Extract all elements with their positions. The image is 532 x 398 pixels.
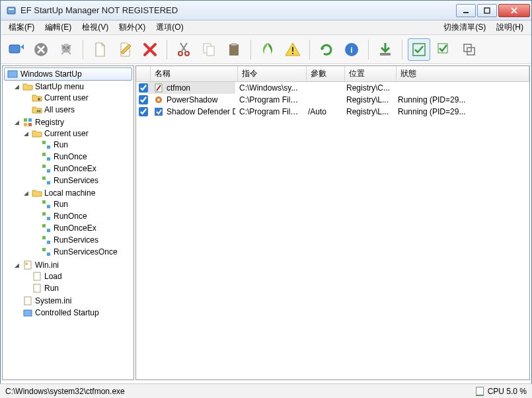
tree-lm-runonce[interactable]: RunOnce	[54, 212, 87, 221]
app-item-icon	[153, 83, 164, 93]
col-location[interactable]: 位置	[345, 66, 397, 81]
tree-all-users[interactable]: All users	[44, 105, 75, 114]
tree-lm-runservices[interactable]: RunServices	[54, 235, 98, 245]
svg-rect-24	[8, 71, 17, 77]
select-all-button[interactable]	[408, 38, 430, 61]
col-params[interactable]: 參數	[307, 66, 345, 81]
menu-switch[interactable]: 切換清單(S)	[438, 20, 491, 34]
tree-runonce[interactable]: RunOnce	[54, 152, 87, 161]
menu-edit[interactable]: 編輯(E)	[40, 20, 77, 34]
edit-button[interactable]	[114, 38, 136, 61]
menu-view[interactable]: 檢視(V)	[77, 20, 114, 34]
tree-load[interactable]: Load	[44, 272, 62, 281]
tree-systemini[interactable]: System.ini	[35, 296, 71, 305]
minimize-button[interactable]	[456, 4, 476, 17]
svg-rect-2	[463, 12, 469, 13]
row-command: C:\Program File...	[235, 95, 304, 105]
tree-lm-runservicesonce[interactable]: RunServicesOnce	[54, 247, 118, 257]
reg-icon	[41, 175, 52, 186]
status-path: C:\Windows\system32\ctfmon.exe	[5, 387, 125, 396]
tree-registry[interactable]: Registry	[35, 118, 64, 127]
check-button[interactable]	[433, 38, 455, 61]
row-location: Registry\C...	[342, 83, 394, 93]
tree-winini-run[interactable]: Run	[44, 284, 59, 293]
row-checkbox[interactable]	[139, 95, 148, 104]
row-name: PowerShadow	[167, 95, 217, 104]
cpu-meter: CPU 5.0 %	[476, 387, 527, 396]
row-command: C:\Program File...	[235, 106, 304, 117]
svg-rect-50	[24, 261, 31, 269]
menu-file[interactable]: 檔案(F)	[3, 20, 40, 34]
svg-rect-3	[484, 8, 490, 13]
col-command[interactable]: 指令	[238, 66, 307, 81]
svg-point-27	[39, 110, 41, 112]
col-state[interactable]: 狀態	[397, 66, 529, 81]
import-button[interactable]	[374, 38, 397, 61]
page-icon	[22, 296, 33, 306]
list-view[interactable]: 名稱 指令 參數 位置 狀態 ctfmonC:\Windows\sy...Reg…	[135, 65, 530, 380]
svg-rect-31	[28, 123, 32, 126]
tree-root[interactable]: Windows StartUp	[4, 67, 132, 81]
close-button[interactable]	[498, 4, 530, 17]
tree-lm-runonceex[interactable]: RunOnceEx	[54, 223, 96, 233]
tree-local-machine[interactable]: Local machine	[44, 188, 95, 198]
reload-button[interactable]	[315, 38, 338, 61]
menu-extra[interactable]: 額外(X)	[114, 20, 151, 34]
svg-rect-36	[42, 165, 46, 168]
info-button[interactable]: i	[340, 38, 363, 61]
maximize-button[interactable]	[477, 4, 497, 17]
svg-rect-15	[292, 47, 293, 52]
tree-lm-run[interactable]: Run	[54, 200, 68, 209]
tree-run[interactable]: Run	[54, 140, 68, 149]
folder-icon	[22, 81, 33, 92]
titlebar: EF StartUp Manager NOT REGISTERED	[1, 1, 531, 20]
duplicate-button[interactable]	[458, 38, 480, 61]
paste-button[interactable]	[223, 38, 245, 61]
new-button[interactable]	[89, 38, 111, 61]
warning-button[interactable]	[282, 38, 304, 61]
row-checkbox[interactable]	[139, 83, 148, 93]
tree-winini[interactable]: Win.ini	[35, 260, 59, 270]
svg-rect-53	[34, 284, 40, 292]
app-icon	[6, 5, 17, 16]
menu-help[interactable]: 說明(H)	[491, 20, 529, 34]
cut-button[interactable]	[172, 38, 195, 61]
row-checkbox[interactable]	[139, 107, 148, 116]
tree-runservices[interactable]: RunServices	[54, 176, 98, 185]
tree-current-user[interactable]: Current user	[44, 93, 89, 102]
reg-icon	[41, 199, 52, 210]
col-name[interactable]: 名稱	[151, 66, 238, 81]
table-row[interactable]: Shadow Defender D...C:\Program File.../A…	[136, 106, 529, 118]
svg-rect-30	[24, 123, 27, 126]
table-row[interactable]: ctfmonC:\Windows\sy...Registry\C...	[136, 82, 529, 94]
svg-rect-38	[42, 177, 46, 180]
tree-root-label: Windows StartUp	[20, 69, 82, 79]
svg-rect-45	[47, 229, 50, 232]
svg-rect-12	[207, 46, 214, 56]
menu-options[interactable]: 選項(O)	[151, 20, 188, 34]
svg-rect-55	[24, 310, 32, 316]
svg-rect-29	[28, 118, 32, 122]
skull-button[interactable]	[55, 38, 77, 61]
copy-button[interactable]	[198, 38, 220, 61]
row-name: ctfmon	[167, 83, 190, 93]
disable-button[interactable]	[30, 38, 52, 61]
svg-point-51	[25, 262, 28, 265]
app-item-icon	[153, 95, 164, 105]
svg-rect-46	[42, 236, 46, 239]
svg-rect-49	[47, 253, 50, 256]
reg-icon	[41, 163, 52, 174]
svg-text:i: i	[350, 46, 352, 55]
table-row[interactable]: PowerShadowC:\Program File...Registry\L.…	[136, 94, 529, 106]
tree-startup-menu[interactable]: StartUp menu	[35, 82, 84, 91]
refresh-view-button[interactable]	[5, 38, 27, 61]
svg-rect-42	[42, 212, 46, 216]
delete-button[interactable]	[139, 38, 161, 61]
eco-button[interactable]	[256, 38, 279, 61]
row-name: Shadow Defender D...	[167, 107, 235, 116]
row-params	[304, 99, 342, 100]
tree-controlled[interactable]: Controlled Startup	[35, 308, 99, 317]
tree-runonceex[interactable]: RunOnceEx	[54, 164, 96, 173]
tree-reg-current-user[interactable]: Current user	[44, 129, 89, 138]
tree-view[interactable]: Windows StartUp ◢StartUp menu ◢Current u…	[2, 65, 134, 380]
